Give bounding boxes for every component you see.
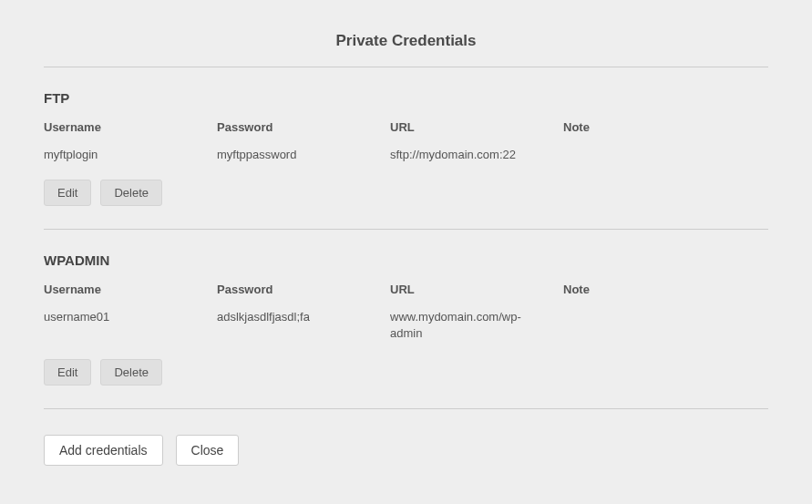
footer-actions: Add credentials Close — [44, 409, 768, 466]
add-credentials-button[interactable]: Add credentials — [44, 435, 163, 466]
note-value — [563, 147, 580, 163]
section-title: WPADMIN — [44, 252, 768, 268]
close-button[interactable]: Close — [176, 435, 240, 466]
note-value — [563, 309, 580, 342]
url-value: sftp://mydomain.com:22 — [390, 147, 563, 163]
column-header-password: Password — [217, 283, 272, 296]
column-header-url: URL — [390, 283, 415, 296]
password-value: myftppassword — [217, 147, 390, 163]
edit-button[interactable]: Edit — [44, 359, 91, 386]
column-header-username: Username — [44, 120, 101, 134]
credential-section-wpadmin: WPADMIN Username Password URL Note usern… — [44, 230, 768, 408]
password-value: adslkjasdlfjasdl;fa — [217, 309, 390, 342]
username-value: username01 — [44, 309, 217, 342]
column-header-note: Note — [563, 283, 590, 296]
url-value: www.mydomain.com/wp-admin — [390, 309, 563, 342]
delete-button[interactable]: Delete — [100, 359, 162, 386]
column-header-note: Note — [563, 120, 590, 134]
username-value: myftplogin — [44, 147, 217, 163]
column-header-url: URL — [390, 120, 415, 134]
credential-section-ftp: FTP Username Password URL Note myftplogi… — [44, 67, 768, 230]
edit-button[interactable]: Edit — [44, 180, 91, 206]
column-header-password: Password — [217, 120, 272, 134]
page-title: Private Credentials — [44, 32, 768, 67]
section-title: FTP — [44, 90, 768, 106]
delete-button[interactable]: Delete — [100, 180, 162, 206]
column-header-username: Username — [44, 283, 101, 296]
